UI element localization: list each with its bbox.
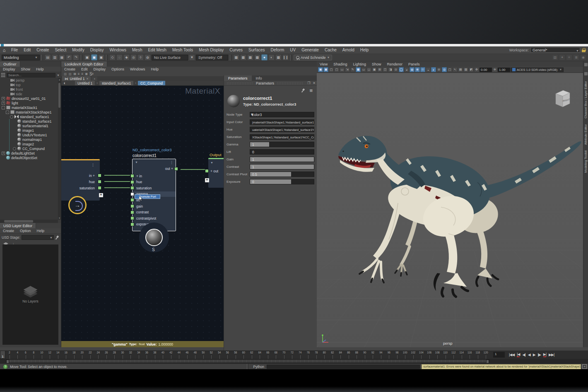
- frame-tick[interactable]: 32: [127, 351, 135, 359]
- field-chart-icon[interactable]: ⊞: [377, 67, 382, 72]
- out-port[interactable]: [174, 167, 178, 171]
- make-live-icon[interactable]: ◍: [145, 54, 151, 60]
- param-slider[interactable]: 0.5: [250, 172, 314, 177]
- menu-surfaces[interactable]: Surfaces: [246, 48, 267, 52]
- frame-tick[interactable]: 78: [312, 351, 321, 359]
- frame-tick[interactable]: 2: [5, 351, 14, 359]
- scroll-up-icon[interactable]: ▲: [58, 78, 61, 81]
- range-slider[interactable]: [0, 359, 588, 363]
- script-editor-icon[interactable]: ≡: [582, 364, 587, 369]
- frame-tick[interactable]: 108: [434, 351, 442, 359]
- frame-tick[interactable]: 68: [272, 351, 280, 359]
- menu-edit[interactable]: Edit: [21, 48, 34, 52]
- search-input[interactable]: Search...: [7, 73, 55, 77]
- range-start-handle[interactable]: [6, 360, 9, 363]
- port[interactable]: [98, 174, 101, 177]
- workspace-lock-icon[interactable]: [582, 48, 586, 52]
- menu-modify[interactable]: Modify: [69, 48, 87, 52]
- input-node[interactable]: Input ⋮ in +huesaturation +: [61, 159, 100, 201]
- frame-tick[interactable]: 4: [14, 351, 22, 359]
- expression-icon[interactable]: Sˣ: [89, 72, 94, 76]
- param-text[interactable]: uaterialXStackShape1,%standard_surface1%…: [250, 127, 314, 132]
- outliner-menu-show[interactable]: Show: [18, 67, 34, 71]
- frame-tick[interactable]: 84: [337, 351, 345, 359]
- image-plane-icon[interactable]: ▭: [340, 67, 345, 72]
- sculpt-panel-icon[interactable]: ▧: [552, 54, 558, 60]
- current-frame-marker[interactable]: 1: [0, 351, 5, 359]
- render-view-icon[interactable]: ◐: [268, 54, 275, 60]
- port[interactable]: [130, 216, 134, 220]
- menu-curves[interactable]: Curves: [227, 48, 246, 52]
- frame-tick[interactable]: 110: [441, 351, 450, 359]
- breadcrumb-item-active[interactable]: CC_Compund: [138, 81, 165, 85]
- help-icon[interactable]: ?: [3, 365, 7, 369]
- undo-icon[interactable]: ↶: [66, 54, 72, 60]
- frame-tick[interactable]: 34: [135, 351, 143, 359]
- frame-tick[interactable]: 6: [22, 351, 30, 359]
- tab-channel-box[interactable]: Channel Box / Layer Editor: [584, 81, 588, 119]
- time-slider[interactable]: 1 24681012141618202224262830323436384042…: [0, 351, 588, 359]
- frame-tick[interactable]: 92: [369, 351, 377, 359]
- frame-tick[interactable]: 74: [296, 351, 304, 359]
- lookdevx-menu-options[interactable]: Options: [108, 67, 127, 71]
- tab-modeling-toolkit[interactable]: Modeling Toolkit: [584, 150, 588, 173]
- shadows-icon[interactable]: ☉: [420, 67, 425, 72]
- tab-info[interactable]: Info: [252, 75, 266, 81]
- isolate-select-icon[interactable]: ⊙: [393, 67, 398, 72]
- outliner-item-defaultLightSet[interactable]: +defaultLightSet: [0, 151, 58, 155]
- snap-point-icon[interactable]: ◈: [123, 54, 130, 60]
- cc-port-row-in[interactable]: + in: [130, 173, 176, 179]
- frame-tick[interactable]: 62: [248, 351, 256, 359]
- safe-title-icon[interactable]: ◨: [388, 67, 393, 72]
- frame-tick[interactable]: 86: [345, 351, 353, 359]
- lookdevx-menu-windows[interactable]: Windows: [127, 67, 148, 71]
- channel-box-toggle-icon[interactable]: ≡: [566, 54, 572, 60]
- frame-tick[interactable]: 80: [321, 351, 329, 359]
- expand-toggle[interactable]: +: [2, 97, 5, 100]
- velociraptor-model[interactable]: [317, 79, 583, 347]
- frame-tick[interactable]: 40: [159, 351, 167, 359]
- gate-mask-icon[interactable]: ▣: [372, 67, 377, 72]
- exposure-icon[interactable]: ✣: [474, 67, 479, 72]
- frame-tick[interactable]: 94: [377, 351, 385, 359]
- pose-panel-icon[interactable]: ✦: [559, 54, 565, 60]
- input-port-row-hue[interactable]: hue: [89, 179, 95, 184]
- colorspace-dropdown[interactable]: ACES 1.0 SDR-video (sRGB) ▼: [511, 68, 564, 72]
- frame-tick[interactable]: 60: [240, 351, 248, 359]
- layout-horizontal-icon[interactable]: ≡: [78, 72, 80, 76]
- render-settings-icon[interactable]: ▩: [247, 54, 253, 60]
- outliner-item-materialXStackShape1[interactable]: -materialXStackShape1: [0, 110, 58, 114]
- symmetry-field[interactable]: Symmetry: Off: [196, 55, 228, 60]
- frame-tick[interactable]: 106: [425, 351, 434, 359]
- port[interactable]: [98, 180, 101, 184]
- outliner-item-side[interactable]: side: [0, 92, 58, 96]
- param-slider[interactable]: 1: [250, 142, 314, 147]
- select-camera-icon[interactable]: ▣: [318, 67, 323, 72]
- frame-tick[interactable]: 12: [46, 351, 54, 359]
- lookdevx-menu-edit[interactable]: Edit: [78, 67, 91, 71]
- workspace-dropdown[interactable]: General*▼: [530, 47, 580, 53]
- frame-tick[interactable]: 66: [264, 351, 272, 359]
- param-slider[interactable]: 1: [250, 157, 314, 162]
- layout-vertical-icon[interactable]: ≡: [82, 72, 84, 76]
- port[interactable]: [130, 180, 134, 184]
- add-port-button[interactable]: +: [205, 178, 209, 182]
- playback-button-5[interactable]: |▶: [538, 353, 541, 357]
- live-surface-field[interactable]: No Live Surface: [152, 55, 188, 60]
- menu-cache[interactable]: Cache: [322, 48, 340, 52]
- select-object-icon[interactable]: ▣: [91, 54, 97, 60]
- tool-settings-toggle-icon[interactable]: ◉: [580, 54, 586, 60]
- param-slider[interactable]: 0: [250, 149, 314, 155]
- grid-icon[interactable]: ▦: [356, 67, 361, 72]
- outliner-item-standard_surface1[interactable]: standard_surface1: [9, 119, 58, 123]
- frame-tick[interactable]: 118: [474, 351, 482, 359]
- cc-port-row-contrastpivot[interactable]: contrastpivot: [130, 215, 176, 221]
- tab-parameters[interactable]: Parameters: [224, 75, 252, 81]
- viewport-menu-panels[interactable]: Panels: [405, 62, 423, 66]
- bookmark-icon[interactable]: ▢: [334, 67, 339, 72]
- new-tab-button[interactable]: +: [92, 77, 97, 81]
- param-dropdown[interactable]: ▼color3: [250, 112, 314, 117]
- open-scene-icon[interactable]: ▥: [52, 54, 58, 60]
- render-region-icon[interactable]: ▧: [463, 67, 468, 72]
- usd-menu-option[interactable]: Option: [17, 229, 34, 233]
